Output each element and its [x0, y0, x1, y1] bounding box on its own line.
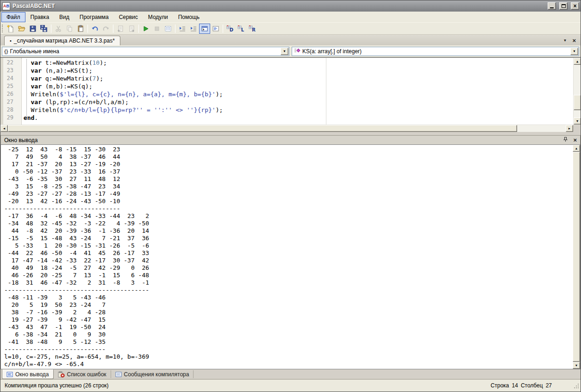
- close-icon: ×: [573, 3, 576, 9]
- bottom-tab-label: Окно вывода: [15, 371, 49, 378]
- editor-hscroll-thumb[interactable]: [8, 125, 517, 132]
- code-line[interactable]: 24 var q:=NewMatrix(7);: [0, 75, 573, 82]
- output-vscroll-thumb[interactable]: [573, 152, 580, 362]
- global-names-combobox[interactable]: {} Глобальные имена ▼: [2, 47, 289, 56]
- nav-back-icon: [117, 25, 124, 32]
- minimize-button[interactable]: [548, 2, 556, 10]
- indent-button[interactable]: [188, 24, 199, 34]
- bottom-tab-compiler-messages[interactable]: Сообщения компилятора: [111, 370, 194, 378]
- menu-item-modules[interactable]: Модули: [143, 12, 173, 22]
- close-button[interactable]: ×: [571, 2, 579, 10]
- run-button[interactable]: [140, 24, 151, 34]
- menu-item-service[interactable]: Сервис: [114, 12, 143, 22]
- panel-splitter[interactable]: [0, 132, 581, 135]
- bottom-tab-errors[interactable]: Список ошибок: [54, 370, 111, 378]
- maximize-icon: [562, 4, 566, 8]
- menu-item-help[interactable]: Помощь: [173, 12, 205, 22]
- window-title: PascalABC.NET: [12, 3, 544, 9]
- pascalabc-window: AB PascalABC.NET × ФайлПравкаВидПрограмм…: [0, 0, 581, 392]
- scroll-right-icon[interactable]: ►: [566, 125, 573, 132]
- copy-button[interactable]: [64, 24, 75, 34]
- nav-back-button[interactable]: [115, 24, 126, 34]
- bottom-tab-output[interactable]: Окно вывода: [2, 369, 54, 379]
- panel-d-button[interactable]: D: [225, 24, 236, 34]
- member-dropdown-arrow-icon[interactable]: ▼: [570, 48, 578, 55]
- code-line[interactable]: 28 Writeln($'c/n+b/l={lp}{lp=rp?'' = '':…: [0, 106, 573, 114]
- console-button[interactable]: [199, 24, 210, 34]
- code-line[interactable]: 23 var (n,a):=KS(t);: [0, 67, 573, 75]
- code-line[interactable]: 27 var (lp,rp):=(c/n+b/l,a/m);: [0, 98, 573, 106]
- output-window[interactable]: -25 12 43 -8 -15 15 -30 23 7 49 50 4 38 …: [0, 144, 581, 369]
- document-tab[interactable]: • _случайная матрица ABC.NET 3.3.pas*: [4, 36, 120, 45]
- svg-text:D: D: [230, 27, 233, 32]
- pin-icon[interactable]: [563, 137, 568, 143]
- resize-grip-icon[interactable]: [574, 383, 579, 390]
- undo-button[interactable]: [89, 24, 100, 34]
- code-editor[interactable]: 22 var t:=NewMatrix(10);23 var (n,a):=KS…: [0, 57, 581, 124]
- line-label: Строка: [491, 382, 509, 389]
- scope-dropdown-arrow-icon[interactable]: ▼: [281, 48, 288, 55]
- redo-button[interactable]: [100, 24, 112, 34]
- code-line[interactable]: 29 end.: [0, 114, 573, 122]
- outline-window-button[interactable]: [210, 24, 221, 34]
- editor-vertical-scrollbar[interactable]: ▲ ▼: [573, 58, 581, 124]
- outline-window-icon: [212, 25, 219, 32]
- output-line: -41 38 -48 9 5 -12 -35: [1, 338, 572, 346]
- panel-l-icon: L: [237, 25, 245, 32]
- code-line[interactable]: 22 var t:=NewMatrix(10);: [0, 59, 573, 67]
- stop-button[interactable]: [151, 24, 162, 34]
- scroll-up-icon[interactable]: ▲: [574, 58, 581, 65]
- output-scroll-down-icon[interactable]: ▼: [573, 362, 580, 369]
- code-line[interactable]: 26 Writeln($'l={l}, c={c}, n={n}, a={a},…: [0, 90, 573, 98]
- toolbar-grip: [2, 25, 3, 32]
- save-file-button[interactable]: [27, 24, 38, 34]
- editor-horizontal-scrollbar[interactable]: ◄ ►: [0, 124, 581, 132]
- output-line: 20 5 19 50 23 -24 7: [1, 301, 572, 309]
- menu-item-edit[interactable]: Правка: [25, 12, 55, 22]
- column-label: Столбец: [521, 382, 543, 389]
- scroll-down-icon[interactable]: ▼: [574, 118, 581, 124]
- members-combobox[interactable]: KS(a: array[,] of integer) ▼: [292, 47, 579, 56]
- editor-hscroll-track[interactable]: [517, 125, 566, 132]
- output-line: 46 -26 20 -25 7 13 -1 15 6 -48: [1, 272, 572, 279]
- scroll-left-icon[interactable]: ◄: [0, 125, 8, 132]
- output-close-icon[interactable]: ×: [573, 137, 577, 143]
- output-scroll-up-icon[interactable]: ▲: [573, 145, 580, 152]
- tab-close-icon[interactable]: ×: [572, 37, 576, 44]
- dotted-window-icon: [164, 25, 172, 32]
- save-all-button[interactable]: [38, 24, 50, 34]
- bottom-tab-bar: Окно выводаСписок ошибокСообщения компил…: [0, 369, 581, 379]
- menu-item-program[interactable]: Программа: [75, 12, 114, 22]
- errors-tab-icon: [58, 371, 65, 378]
- panel-r-button[interactable]: R: [247, 24, 258, 34]
- editor-vscroll-thumb[interactable]: [574, 95, 581, 110]
- menu-item-view[interactable]: Вид: [54, 12, 75, 22]
- svg-text:R: R: [252, 27, 256, 32]
- output-line: 0 -50 -12 -37 23 -33 16 -37: [1, 168, 572, 175]
- menu-bar: ФайлПравкаВидПрограммаСервисМодулиПомощь: [0, 12, 581, 23]
- code-lines: 22 var t:=NewMatrix(10);23 var (n,a):=KS…: [0, 59, 573, 122]
- dotted-window-button[interactable]: [162, 24, 174, 34]
- code-line[interactable]: 25 var (m,b):=KS(q);: [0, 82, 573, 90]
- indent-icon: [190, 25, 197, 32]
- code-text: var (lp,rp):=(c/n+b/l,a/m);: [18, 98, 129, 106]
- output-line: -34 48 32 -45 -32 -3 -22 4 -39 -50: [1, 220, 572, 227]
- tab-list-dropdown-icon[interactable]: ▼: [563, 38, 567, 43]
- paste-button[interactable]: [75, 24, 86, 34]
- new-file-button[interactable]: [5, 24, 16, 34]
- output-text: -25 12 43 -8 -15 15 -30 23 7 49 50 4 38 …: [1, 146, 572, 368]
- output-tab-icon: [6, 371, 13, 378]
- nav-forward-button[interactable]: [126, 24, 137, 34]
- unindent-button[interactable]: [177, 24, 188, 34]
- toolbar-separator: [175, 25, 175, 33]
- menu-item-file[interactable]: Файл: [1, 12, 25, 22]
- panel-l-button[interactable]: L: [236, 24, 247, 34]
- maximize-button[interactable]: [559, 2, 568, 10]
- output-line: -17 36 -4 -6 48 -34 -33 -44 23 2: [1, 212, 572, 220]
- cut-button[interactable]: [53, 24, 64, 34]
- output-vertical-scrollbar[interactable]: ▲ ▼: [573, 145, 580, 369]
- output-line: --------------------------------: [1, 205, 572, 212]
- output-panel-buttons: ×: [563, 137, 577, 143]
- output-line: c/n+b/l=-47.9 <> -65.4: [1, 361, 572, 368]
- open-file-button[interactable]: [16, 24, 27, 34]
